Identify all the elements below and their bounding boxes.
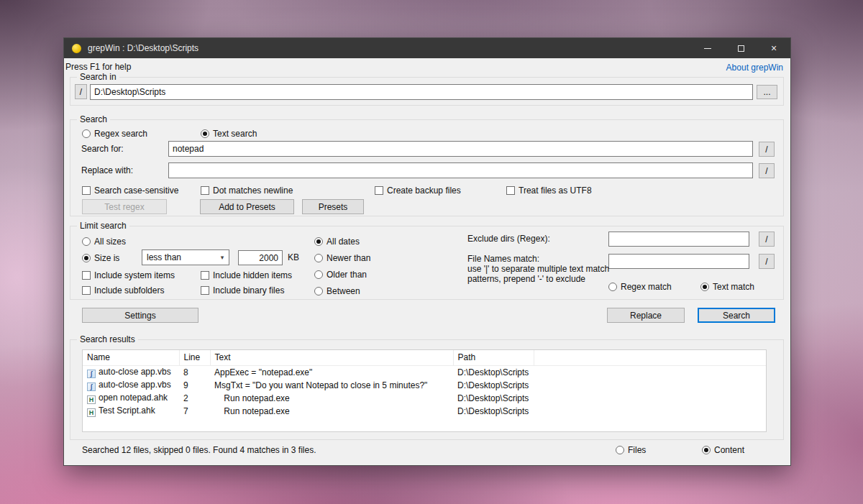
- status-summary-text: Searched 12 files, skipped 0 files. Foun…: [82, 445, 316, 455]
- radio-icon: [82, 129, 91, 138]
- size-is-label: Size is: [94, 253, 119, 263]
- exclude-dirs-regex-helper-button[interactable]: /: [759, 232, 775, 247]
- include-subfolders-checkbox[interactable]: Include subfolders: [82, 285, 164, 295]
- result-row[interactable]: auto-close app.vbs 8 AppExec = "notepad.…: [83, 365, 766, 379]
- maximize-icon: [738, 45, 744, 52]
- maximize-button[interactable]: [724, 38, 757, 58]
- regex-search-radio[interactable]: Regex search: [82, 129, 147, 139]
- minimize-button[interactable]: [691, 38, 724, 58]
- older-than-label: Older than: [327, 270, 367, 280]
- result-path: D:\Desktop\Scripts: [453, 365, 534, 379]
- result-line-number: 7: [179, 405, 210, 418]
- result-file-name: open notepad.ahk: [99, 393, 168, 403]
- regex-search-label: Regex search: [94, 129, 147, 139]
- regex-match-radio[interactable]: Regex match: [608, 282, 672, 292]
- size-value-input[interactable]: [238, 250, 283, 265]
- column-header-path[interactable]: Path: [453, 350, 534, 365]
- create-backup-label: Create backup files: [387, 185, 461, 196]
- grepwin-window: grepWin : D:\Desktop\Scripts × Press F1 …: [63, 37, 791, 466]
- dot-matches-newline-checkbox[interactable]: Dot matches newline: [201, 185, 293, 196]
- checkbox-icon: [201, 271, 209, 280]
- file-names-regex-helper-button[interactable]: /: [759, 254, 775, 269]
- chevron-down-icon: ▾: [216, 250, 229, 265]
- file-names-match-input[interactable]: [608, 254, 749, 269]
- exclude-dirs-input[interactable]: [608, 232, 749, 247]
- column-header-name[interactable]: Name: [83, 350, 179, 365]
- radio-icon: [314, 270, 323, 279]
- between-radio[interactable]: Between: [314, 286, 360, 296]
- case-sensitive-checkbox[interactable]: Search case-sensitive: [82, 185, 178, 196]
- show-files-label: Files: [628, 445, 646, 455]
- search-for-input[interactable]: [168, 141, 753, 157]
- settings-button[interactable]: Settings: [82, 308, 198, 323]
- radio-icon: [608, 283, 617, 291]
- window-controls: ×: [691, 38, 790, 58]
- result-row[interactable]: Test Script.ahk 7 Run notepad.exe D:\Des…: [83, 405, 766, 418]
- search-for-regex-helper-button[interactable]: /: [759, 142, 775, 157]
- checkbox-icon: [82, 271, 91, 280]
- search-results-group-label: Search results: [77, 334, 138, 344]
- all-dates-radio[interactable]: All dates: [314, 237, 360, 247]
- text-match-label: Text match: [713, 282, 754, 292]
- search-in-regex-helper-button[interactable]: /: [75, 84, 87, 99]
- titlebar[interactable]: grepWin : D:\Desktop\Scripts ×: [64, 38, 790, 58]
- search-button[interactable]: Search: [698, 308, 775, 323]
- case-sensitive-label: Search case-sensitive: [94, 185, 178, 196]
- show-files-radio[interactable]: Files: [616, 445, 646, 455]
- show-content-radio[interactable]: Content: [702, 445, 744, 455]
- ahk-file-icon: [87, 408, 96, 417]
- all-sizes-radio[interactable]: All sizes: [82, 237, 126, 247]
- include-system-label: Include system items: [94, 270, 175, 280]
- results-table: Name Line Text Path auto-close app.vbs 8…: [82, 349, 767, 432]
- all-dates-label: All dates: [327, 237, 360, 247]
- newer-than-radio[interactable]: Newer than: [314, 253, 370, 263]
- close-button[interactable]: ×: [757, 38, 790, 58]
- result-row[interactable]: auto-close app.vbs 9 MsgTxt = "Do you wa…: [83, 379, 766, 392]
- search-path-input[interactable]: [90, 84, 753, 100]
- vbs-file-icon: [87, 370, 96, 378]
- size-operator-value: less than: [147, 252, 181, 262]
- column-header-line[interactable]: Line: [179, 350, 210, 365]
- include-system-checkbox[interactable]: Include system items: [82, 270, 175, 280]
- file-names-hint-text: use '|' to separate multiple text match …: [467, 265, 611, 284]
- checkbox-icon: [82, 186, 91, 195]
- include-binary-checkbox[interactable]: Include binary files: [201, 285, 284, 295]
- result-match-text: AppExec = "notepad.exe": [210, 365, 453, 379]
- all-sizes-label: All sizes: [94, 237, 126, 247]
- replace-with-input[interactable]: [168, 162, 753, 178]
- search-in-group-label: Search in: [77, 72, 119, 82]
- browse-folder-button[interactable]: ...: [757, 85, 777, 99]
- replace-button[interactable]: Replace: [607, 308, 685, 323]
- presets-button[interactable]: Presets: [302, 199, 364, 214]
- result-match-text: MsgTxt = "Do you want Notepad to close i…: [210, 379, 453, 392]
- vbs-file-icon: [87, 382, 96, 391]
- add-to-presets-button[interactable]: Add to Presets: [200, 199, 294, 214]
- result-file-name: auto-close app.vbs: [99, 367, 171, 377]
- text-search-radio[interactable]: Text search: [201, 129, 257, 139]
- checkbox-icon: [506, 186, 515, 195]
- ahk-file-icon: [87, 395, 96, 404]
- result-match-text: Run notepad.exe: [210, 405, 453, 418]
- result-path: D:\Desktop\Scripts: [453, 405, 534, 418]
- replace-with-regex-helper-button[interactable]: /: [759, 163, 775, 178]
- radio-checked-icon: [700, 283, 709, 291]
- older-than-radio[interactable]: Older than: [314, 270, 367, 280]
- text-match-radio[interactable]: Text match: [700, 282, 754, 292]
- include-hidden-checkbox[interactable]: Include hidden items: [201, 270, 292, 280]
- result-line-number: 2: [179, 392, 210, 405]
- limit-search-group-label: Limit search: [77, 221, 129, 231]
- column-header-text[interactable]: Text: [210, 350, 453, 365]
- between-label: Between: [327, 286, 360, 296]
- result-line-number: 8: [179, 365, 210, 379]
- radio-icon: [314, 287, 323, 295]
- size-is-radio[interactable]: Size is: [82, 253, 119, 263]
- utf8-label: Treat files as UTF8: [519, 185, 592, 196]
- create-backup-checkbox[interactable]: Create backup files: [375, 185, 461, 196]
- desktop-background: grepWin : D:\Desktop\Scripts × Press F1 …: [0, 0, 863, 504]
- text-search-label: Text search: [213, 129, 257, 139]
- size-operator-select[interactable]: less than ▾: [142, 249, 229, 265]
- result-row[interactable]: open notepad.ahk 2 Run notepad.exe D:\De…: [83, 392, 766, 405]
- utf8-checkbox[interactable]: Treat files as UTF8: [506, 185, 592, 196]
- grepwin-app-icon: [72, 44, 81, 53]
- about-grepwin-link[interactable]: About grepWin: [726, 63, 783, 73]
